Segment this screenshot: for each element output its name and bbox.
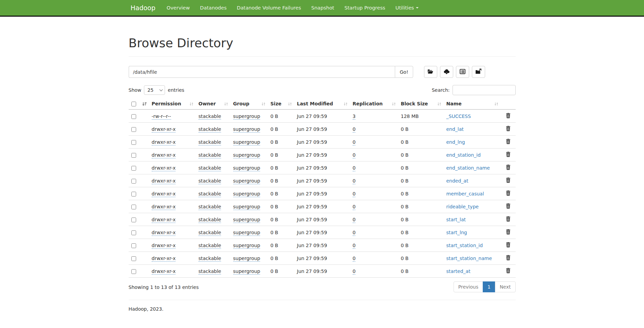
group-value[interactable]: supergroup bbox=[233, 191, 260, 197]
trash-icon[interactable] bbox=[506, 229, 511, 235]
replication-value[interactable]: 0 bbox=[353, 217, 356, 223]
trash-icon[interactable] bbox=[506, 190, 511, 196]
replication-value[interactable]: 0 bbox=[353, 152, 356, 158]
row-checkbox[interactable] bbox=[131, 153, 136, 158]
column-header-size[interactable]: Size bbox=[268, 98, 294, 109]
file-name-link[interactable]: start_station_id bbox=[446, 243, 483, 248]
owner-value[interactable]: stackable bbox=[199, 191, 221, 197]
permission-value[interactable]: drwxr-xr-x bbox=[152, 191, 176, 197]
nav-item-utilities[interactable]: Utilities bbox=[390, 0, 424, 16]
select-all-checkbox[interactable] bbox=[131, 102, 136, 106]
file-name-link[interactable]: started_at bbox=[446, 269, 471, 274]
replication-value[interactable]: 3 bbox=[353, 114, 356, 120]
row-checkbox[interactable] bbox=[131, 179, 136, 184]
column-header-group[interactable]: Group bbox=[231, 98, 268, 109]
column-header-block-size[interactable]: Block Size bbox=[398, 98, 444, 109]
trash-icon[interactable] bbox=[506, 165, 511, 170]
column-header-permission[interactable]: Permission bbox=[149, 98, 196, 109]
next-page-button[interactable]: Next bbox=[495, 281, 516, 292]
replication-value[interactable]: 0 bbox=[353, 139, 356, 145]
trash-icon[interactable] bbox=[506, 242, 511, 247]
permission-value[interactable]: drwxr-xr-x bbox=[152, 139, 176, 145]
row-checkbox[interactable] bbox=[131, 205, 136, 209]
page-1-button[interactable]: 1 bbox=[483, 281, 495, 292]
nav-item-overview[interactable]: Overview bbox=[162, 0, 195, 16]
owner-value[interactable]: stackable bbox=[199, 139, 221, 145]
row-checkbox[interactable] bbox=[131, 140, 136, 145]
group-value[interactable]: supergroup bbox=[233, 256, 260, 262]
column-header-name[interactable]: Name bbox=[444, 98, 501, 109]
owner-value[interactable]: stackable bbox=[199, 152, 221, 158]
owner-value[interactable]: stackable bbox=[199, 126, 221, 133]
permission-value[interactable]: drwxr-xr-x bbox=[152, 269, 176, 275]
file-name-link[interactable]: start_station_name bbox=[446, 256, 492, 261]
row-checkbox[interactable] bbox=[131, 127, 136, 132]
trash-icon[interactable] bbox=[506, 177, 511, 183]
nav-item-datanodes[interactable]: Datanodes bbox=[195, 0, 232, 16]
trash-icon[interactable] bbox=[506, 255, 511, 260]
row-checkbox[interactable] bbox=[131, 192, 136, 196]
row-checkbox[interactable] bbox=[131, 218, 136, 222]
trash-icon[interactable] bbox=[506, 126, 511, 131]
group-value[interactable]: supergroup bbox=[233, 204, 260, 210]
row-checkbox[interactable] bbox=[131, 243, 136, 248]
group-value[interactable]: supergroup bbox=[233, 178, 260, 184]
replication-value[interactable]: 0 bbox=[353, 243, 356, 249]
owner-value[interactable]: stackable bbox=[199, 217, 221, 223]
replication-value[interactable]: 0 bbox=[353, 269, 356, 275]
permission-value[interactable]: drwxr-xr-x bbox=[152, 126, 176, 133]
owner-value[interactable]: stackable bbox=[199, 256, 221, 262]
owner-value[interactable]: stackable bbox=[199, 178, 221, 184]
trash-icon[interactable] bbox=[506, 152, 511, 157]
nav-item-snapshot[interactable]: Snapshot bbox=[306, 0, 339, 16]
brand-link[interactable]: Hadoop bbox=[129, 0, 162, 16]
directory-path-input[interactable] bbox=[129, 66, 395, 78]
row-checkbox[interactable] bbox=[131, 166, 136, 171]
search-input[interactable] bbox=[453, 85, 516, 95]
owner-value[interactable]: stackable bbox=[199, 204, 221, 210]
permission-value[interactable]: drwxr-xr-x bbox=[152, 178, 176, 184]
set-storage-policy-button[interactable] bbox=[456, 66, 469, 78]
file-name-link[interactable]: member_casual bbox=[446, 191, 484, 196]
permission-value[interactable]: drwxr-xr-x bbox=[152, 204, 176, 210]
column-header-last-modified[interactable]: Last Modified bbox=[294, 98, 350, 109]
row-checkbox[interactable] bbox=[131, 230, 136, 235]
replication-value[interactable]: 0 bbox=[353, 165, 356, 171]
page-size-select[interactable]: 25 bbox=[144, 85, 165, 95]
group-value[interactable]: supergroup bbox=[233, 114, 260, 120]
group-value[interactable]: supergroup bbox=[233, 230, 260, 236]
owner-value[interactable]: stackable bbox=[199, 243, 221, 249]
cut-paste-button[interactable] bbox=[472, 66, 485, 78]
group-value[interactable]: supergroup bbox=[233, 126, 260, 133]
replication-value[interactable]: 0 bbox=[353, 204, 356, 210]
previous-page-button[interactable]: Previous bbox=[454, 281, 483, 292]
permission-value[interactable]: drwxr-xr-x bbox=[152, 152, 176, 158]
file-name-link[interactable]: _SUCCESS bbox=[446, 114, 471, 119]
file-name-link[interactable]: start_lat bbox=[446, 217, 466, 222]
replication-value[interactable]: 0 bbox=[353, 191, 356, 197]
column-header-owner[interactable]: Owner bbox=[196, 98, 231, 109]
replication-value[interactable]: 0 bbox=[353, 126, 356, 133]
owner-value[interactable]: stackable bbox=[199, 114, 221, 120]
row-checkbox[interactable] bbox=[131, 269, 136, 274]
permission-value[interactable]: drwxr-xr-x bbox=[152, 230, 176, 236]
replication-value[interactable]: 0 bbox=[353, 230, 356, 236]
group-value[interactable]: supergroup bbox=[233, 139, 260, 145]
permission-value[interactable]: drwxr-xr-x bbox=[152, 165, 176, 171]
file-name-link[interactable]: end_lat bbox=[446, 126, 464, 132]
file-name-link[interactable]: ended_at bbox=[446, 178, 468, 184]
file-name-link[interactable]: start_lng bbox=[446, 230, 467, 235]
file-name-link[interactable]: end_station_id bbox=[446, 152, 481, 158]
replication-value[interactable]: 0 bbox=[353, 256, 356, 262]
trash-icon[interactable] bbox=[506, 113, 511, 118]
row-checkbox[interactable] bbox=[131, 114, 136, 119]
permission-value[interactable]: drwxr-xr-x bbox=[152, 217, 176, 223]
upload-files-button[interactable] bbox=[440, 66, 453, 78]
create-directory-button[interactable] bbox=[424, 66, 437, 78]
owner-value[interactable]: stackable bbox=[199, 165, 221, 171]
file-name-link[interactable]: end_station_name bbox=[446, 165, 490, 171]
column-header-select[interactable] bbox=[129, 98, 149, 109]
nav-item-startup-progress[interactable]: Startup Progress bbox=[339, 0, 390, 16]
trash-icon[interactable] bbox=[506, 216, 511, 222]
owner-value[interactable]: stackable bbox=[199, 230, 221, 236]
